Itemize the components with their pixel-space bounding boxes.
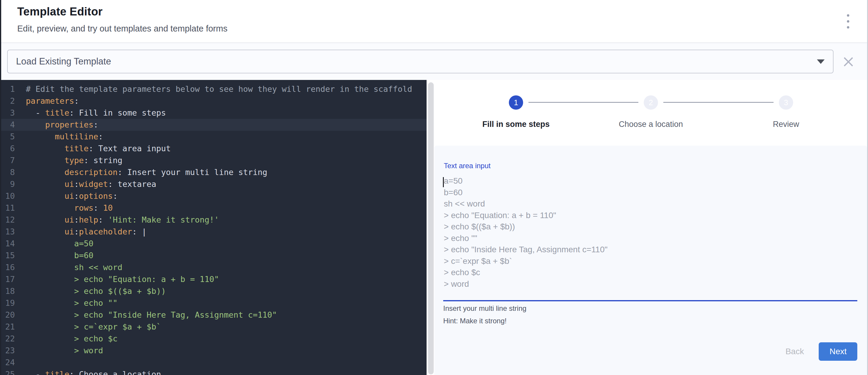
- form-preview-panel: 1Fill in some steps2Choose a location3Re…: [434, 80, 867, 375]
- wizard-actions: Back Next: [775, 342, 857, 361]
- template-editor-window: Template Editor Edit, preview, and try o…: [0, 0, 868, 375]
- page-subtitle: Edit, preview, and try out templates and…: [17, 24, 227, 34]
- editor-line: 3 - title: Fill in some steps: [1, 107, 427, 119]
- editor-line: 15 b=60: [1, 250, 427, 261]
- kebab-menu-icon: [847, 26, 849, 29]
- line-code: parameters:: [15, 95, 79, 107]
- line-number: 23: [1, 345, 15, 356]
- back-button[interactable]: Back: [775, 342, 814, 361]
- line-code: - title: Choose a location: [15, 369, 161, 375]
- editor-line: 5 multiline:: [1, 131, 427, 143]
- line-number: 6: [1, 143, 15, 155]
- line-number: 19: [1, 297, 15, 309]
- step-circle-3: 3: [779, 95, 793, 110]
- kebab-menu-icon: [847, 20, 849, 23]
- line-code: multiline:: [15, 131, 103, 143]
- editor-line: 4 properties:: [1, 119, 427, 131]
- kebab-menu-icon: [847, 14, 849, 17]
- line-number: 4: [1, 119, 15, 131]
- line-number: 21: [1, 321, 15, 333]
- clear-selection-button[interactable]: [842, 55, 855, 68]
- pane-resizer-handle[interactable]: [428, 82, 434, 374]
- line-code: > echo $(($a + $b)): [15, 285, 166, 297]
- page-title: Template Editor: [17, 5, 102, 18]
- yaml-code-editor[interactable]: 1# Edit the template parameters below to…: [1, 80, 427, 375]
- line-number: 14: [1, 238, 15, 250]
- line-code: a=50: [15, 238, 94, 250]
- step-circle-2: 2: [644, 95, 658, 110]
- editor-line: 13 ui:placeholder: |: [1, 226, 427, 238]
- editor-line: 8 description: Insert your multi line st…: [1, 166, 427, 178]
- line-code: > echo $c: [15, 333, 118, 345]
- line-number: 16: [1, 261, 15, 273]
- line-code: ui:options:: [15, 190, 118, 202]
- line-number: 18: [1, 285, 15, 297]
- editor-line: 18 > echo $(($a + $b)): [1, 285, 427, 297]
- editor-line: 11 rows: 10: [1, 202, 427, 214]
- line-code: > echo "Equation: a + b = 110": [15, 273, 219, 285]
- editor-line: 6 title: Text area input: [1, 143, 427, 155]
- close-icon: [842, 55, 855, 68]
- field-description: Insert your multi line string: [443, 304, 526, 313]
- line-number: 7: [1, 155, 15, 166]
- header: Template Editor Edit, preview, and try o…: [1, 0, 867, 43]
- editor-line: 17 > echo "Equation: a + b = 110": [1, 273, 427, 285]
- field-help-text: Hint: Make it strong!: [443, 317, 506, 325]
- line-code: > word: [15, 345, 103, 356]
- select-placeholder: Load Existing Template: [16, 56, 111, 67]
- line-number: 13: [1, 226, 15, 238]
- load-existing-template-select[interactable]: Load Existing Template: [7, 50, 834, 73]
- step-circle-1: 1: [509, 95, 523, 110]
- line-number: 11: [1, 202, 15, 214]
- line-number: 12: [1, 214, 15, 226]
- line-code: title: Text area input: [15, 143, 171, 155]
- step-connector: [663, 102, 774, 103]
- editor-line: 20 > echo "Inside Here Tag, Assignment c…: [1, 309, 427, 321]
- line-number: 9: [1, 178, 15, 190]
- line-code: rows: 10: [15, 202, 113, 214]
- line-number: 8: [1, 166, 15, 178]
- more-options-button[interactable]: [843, 14, 854, 29]
- line-number: 1: [1, 83, 15, 95]
- chevron-down-icon: [817, 59, 825, 64]
- line-number: 22: [1, 333, 15, 345]
- step-label-3: Review: [721, 120, 851, 129]
- line-code: ui:placeholder: |: [15, 226, 147, 238]
- step-label-2: Choose a location: [586, 120, 716, 129]
- line-number: 3: [1, 107, 15, 119]
- line-code: properties:: [15, 119, 98, 131]
- line-number: 5: [1, 131, 15, 143]
- editor-line: 12 ui:help: 'Hint: Make it strong!': [1, 214, 427, 226]
- editor-line: 2parameters:: [1, 95, 427, 107]
- step-connector: [528, 102, 639, 103]
- multiline-textarea[interactable]: a=50 b=60 sh << word > echo "Equation: a…: [444, 175, 608, 290]
- line-code: > c=`expr $a + $b`: [15, 321, 161, 333]
- field-label: Text area input: [444, 162, 491, 170]
- editor-line: 22 > echo $c: [1, 333, 427, 345]
- editor-line: 1# Edit the template parameters below to…: [1, 83, 427, 95]
- line-number: 2: [1, 95, 15, 107]
- main-split: 1# Edit the template parameters below to…: [1, 80, 867, 375]
- line-code: [15, 356, 26, 369]
- wizard-stepper: 1Fill in some steps2Choose a location3Re…: [434, 80, 867, 146]
- line-number: 17: [1, 273, 15, 285]
- next-button[interactable]: Next: [819, 342, 857, 361]
- line-number: 24: [1, 356, 15, 369]
- line-number: 15: [1, 250, 15, 261]
- line-number: 25: [1, 369, 15, 375]
- editor-line: 7 type: string: [1, 155, 427, 166]
- line-code: > echo "": [15, 297, 118, 309]
- editor-line: 9 ui:widget: textarea: [1, 178, 427, 190]
- line-code: description: Insert your multi line stri…: [15, 166, 267, 178]
- textarea-focus-underline: [443, 300, 857, 301]
- step-label-1: Fill in some steps: [451, 120, 581, 129]
- template-loader-bar: Load Existing Template: [1, 43, 867, 80]
- line-number: 10: [1, 190, 15, 202]
- line-code: ui:widget: textarea: [15, 178, 156, 190]
- line-code: b=60: [15, 250, 94, 261]
- editor-line: 25 - title: Choose a location: [1, 369, 427, 375]
- line-code: ui:help: 'Hint: Make it strong!': [15, 214, 219, 226]
- editor-line: 21 > c=`expr $a + $b`: [1, 321, 427, 333]
- editor-line: 23 > word: [1, 345, 427, 356]
- editor-line: 16 sh << word: [1, 261, 427, 273]
